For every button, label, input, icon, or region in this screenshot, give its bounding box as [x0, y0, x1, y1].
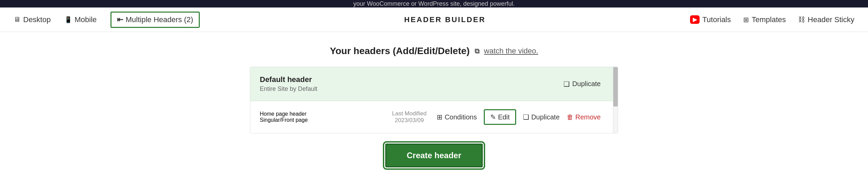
- trash-icon: 🗑: [567, 113, 573, 121]
- nav-item-header-sticky[interactable]: ⛓ Header Sticky: [798, 15, 854, 24]
- templates-label: Templates: [752, 15, 786, 24]
- tutorials-label: Tutorials: [702, 15, 731, 24]
- remove-label: Remove: [575, 113, 601, 121]
- default-header-info: Default header Entire Site by Default: [260, 75, 317, 93]
- home-header-actions: Last Modified 2023/03/09 ⊞ Conditions ✎ …: [392, 109, 601, 125]
- layers-icon: ⇤: [117, 15, 123, 24]
- create-header-section: Create header: [385, 133, 483, 178]
- nav-item-templates[interactable]: ⊞ Templates: [743, 15, 786, 24]
- home-header-info: Home page header Singular/Front page: [260, 111, 308, 123]
- edit-icon: ✎: [490, 113, 496, 121]
- default-header-duplicate-button[interactable]: ❑ Duplicate: [564, 80, 601, 88]
- scroll-thumb: [613, 67, 618, 106]
- edit-label: Edit: [498, 113, 510, 121]
- nav-right: ▶ Tutorials ⊞ Templates ⛓ Header Sticky: [690, 15, 854, 24]
- desktop-label: Desktop: [23, 15, 51, 24]
- conditions-icon: ⊞: [437, 113, 443, 121]
- watch-video-link[interactable]: watch the video.: [484, 47, 538, 55]
- video-link-icon: ⧉: [475, 47, 479, 55]
- nav-title: HEADER BUILDER: [200, 15, 690, 24]
- youtube-icon: ▶: [690, 15, 700, 24]
- scrollbar[interactable]: [613, 67, 618, 133]
- create-header-button[interactable]: Create header: [385, 144, 483, 167]
- home-header-row: Home page header Singular/Front page Las…: [250, 101, 618, 133]
- default-header-name: Default header: [260, 75, 317, 84]
- default-duplicate-label: Duplicate: [572, 80, 601, 88]
- home-header-name: Home page header: [260, 111, 308, 117]
- home-duplicate-button[interactable]: ❑ Duplicate: [523, 113, 559, 121]
- headers-container: Default header Entire Site by Default ❑ …: [250, 67, 618, 133]
- nav-item-tutorials[interactable]: ▶ Tutorials: [690, 15, 731, 24]
- home-duplicate-label: Duplicate: [531, 113, 559, 121]
- page-title-row: Your headers (Add/Edit/Delete) ⧉ watch t…: [330, 46, 538, 56]
- page-title: Your headers (Add/Edit/Delete): [330, 46, 469, 56]
- home-header-subtitle: Singular/Front page: [260, 117, 308, 123]
- conditions-button[interactable]: ⊞ Conditions: [437, 113, 477, 121]
- last-modified-date: 2023/03/09: [392, 117, 426, 124]
- nav-item-desktop[interactable]: 🖥 Desktop: [14, 15, 51, 24]
- default-header-row: Default header Entire Site by Default ❑ …: [250, 67, 618, 101]
- conditions-label: Conditions: [445, 113, 477, 121]
- nav-item-multiple-headers[interactable]: ⇤ Multiple Headers (2): [110, 12, 200, 28]
- default-header-subtitle: Entire Site by Default: [260, 85, 317, 93]
- mobile-label: Mobile: [75, 15, 97, 24]
- grid-icon: ⊞: [743, 16, 749, 24]
- nav-item-mobile[interactable]: 📱 Mobile: [64, 15, 97, 24]
- chain-icon: ⛓: [798, 16, 805, 23]
- mobile-icon: 📱: [64, 16, 72, 23]
- main-content: Your headers (Add/Edit/Delete) ⧉ watch t…: [0, 32, 868, 181]
- nav-bar: 🖥 Desktop 📱 Mobile ⇤ Multiple Headers (2…: [0, 7, 868, 32]
- home-copy-icon: ❑: [523, 113, 529, 121]
- top-banner: your WooCommerce or WordPress site, desi…: [0, 0, 868, 7]
- header-sticky-label: Header Sticky: [808, 15, 854, 24]
- multiple-headers-label: Multiple Headers (2): [126, 15, 193, 24]
- remove-button[interactable]: 🗑 Remove: [567, 113, 601, 121]
- desktop-icon: 🖥: [14, 16, 20, 23]
- last-modified-label: Last Modified: [392, 110, 426, 117]
- edit-button[interactable]: ✎ Edit: [484, 109, 516, 125]
- copy-icon: ❑: [564, 80, 570, 88]
- last-modified-block: Last Modified 2023/03/09: [392, 110, 426, 124]
- banner-text: your WooCommerce or WordPress site, desi…: [353, 0, 515, 7]
- nav-left: 🖥 Desktop 📱 Mobile ⇤ Multiple Headers (2…: [14, 12, 200, 28]
